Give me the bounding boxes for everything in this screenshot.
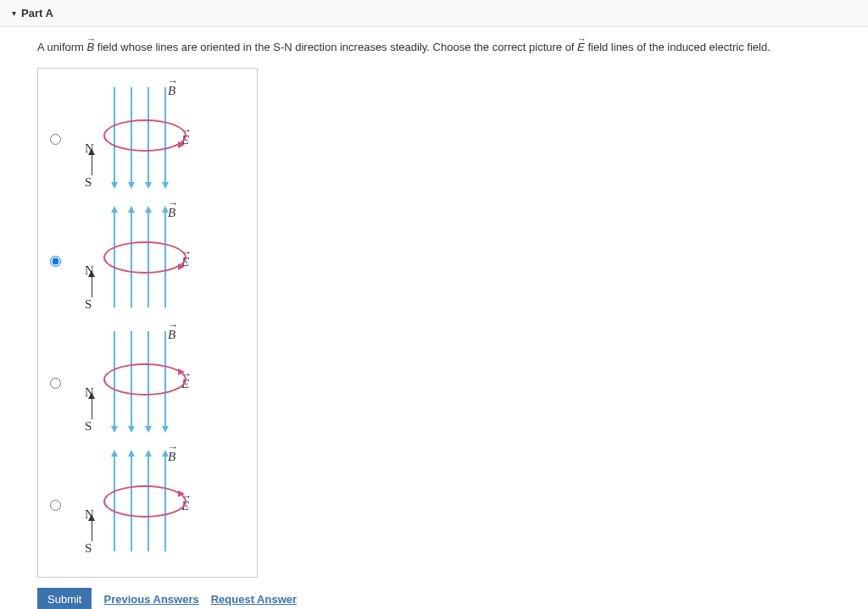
e-field-loop — [103, 119, 186, 152]
b-arrow-icon — [128, 182, 135, 189]
q-mid: field whose lines are oriented in the S-… — [97, 41, 577, 53]
b-label: B — [168, 206, 175, 220]
part-title: Part A — [21, 7, 53, 19]
option-radio-1[interactable] — [50, 134, 61, 145]
s-label: S — [85, 419, 92, 434]
diagram-1: BENS — [73, 80, 209, 199]
s-label: S — [85, 175, 92, 190]
actions-bar: Submit Previous Answers Request Answer — [37, 588, 848, 610]
collapse-icon[interactable]: ▾ — [12, 8, 16, 18]
b-arrow-icon — [111, 450, 118, 457]
previous-answers-link[interactable]: Previous Answers — [103, 593, 198, 606]
b-label: B — [168, 84, 175, 98]
diagram-3: BENS — [73, 324, 209, 443]
option-radio-2[interactable] — [50, 256, 61, 267]
content-area: A uniform B field whose lines are orient… — [0, 27, 868, 609]
option-row-3: BENS — [50, 324, 245, 443]
option-row-2: BENS — [50, 202, 245, 321]
option-row-4: BENS — [50, 446, 245, 565]
e-arrow-icon — [178, 368, 185, 375]
b-arrow-icon — [111, 206, 118, 213]
b-arrow-icon — [128, 206, 135, 213]
e-arrow-icon — [178, 490, 185, 497]
compass-arrow-icon — [88, 148, 96, 156]
e-vector-symbol: E — [577, 39, 585, 56]
e-field-loop — [103, 485, 186, 518]
part-header: ▾ Part A — [0, 0, 868, 27]
b-arrow-icon — [162, 206, 169, 213]
b-arrow-icon — [111, 182, 118, 189]
question-text: A uniform B field whose lines are orient… — [37, 39, 848, 56]
b-arrow-icon — [145, 206, 152, 213]
b-arrow-icon — [128, 450, 135, 457]
e-arrow-icon — [178, 141, 185, 148]
compass-arrow-icon — [88, 392, 96, 400]
compass-arrow-icon — [88, 270, 96, 278]
s-label: S — [85, 541, 92, 556]
b-label: B — [168, 450, 175, 464]
submit-button[interactable]: Submit — [37, 588, 92, 610]
b-arrow-icon — [162, 182, 169, 189]
option-radio-4[interactable] — [50, 500, 61, 511]
option-radio-3[interactable] — [50, 378, 61, 389]
e-arrow-icon — [178, 263, 185, 270]
q-pre: A uniform — [37, 41, 87, 53]
s-label: S — [85, 297, 92, 312]
diagram-2: BENS — [73, 202, 209, 321]
b-vector-symbol: B — [87, 39, 95, 56]
options-container: BENSBENSBENSBENS — [37, 68, 258, 578]
request-answer-link[interactable]: Request Answer — [211, 593, 297, 606]
b-arrow-icon — [162, 426, 169, 433]
b-arrow-icon — [128, 426, 135, 433]
b-arrow-icon — [162, 450, 169, 457]
compass-arrow-icon — [88, 514, 96, 522]
b-arrow-icon — [111, 426, 118, 433]
e-field-loop — [103, 241, 186, 274]
b-arrow-icon — [145, 426, 152, 433]
diagram-4: BENS — [73, 446, 209, 565]
e-field-loop — [103, 363, 186, 396]
b-label: B — [168, 328, 175, 342]
b-arrow-icon — [145, 450, 152, 457]
option-row-1: BENS — [50, 80, 245, 199]
b-arrow-icon — [145, 182, 152, 189]
q-post: field lines of the induced electric fiel… — [587, 41, 770, 53]
